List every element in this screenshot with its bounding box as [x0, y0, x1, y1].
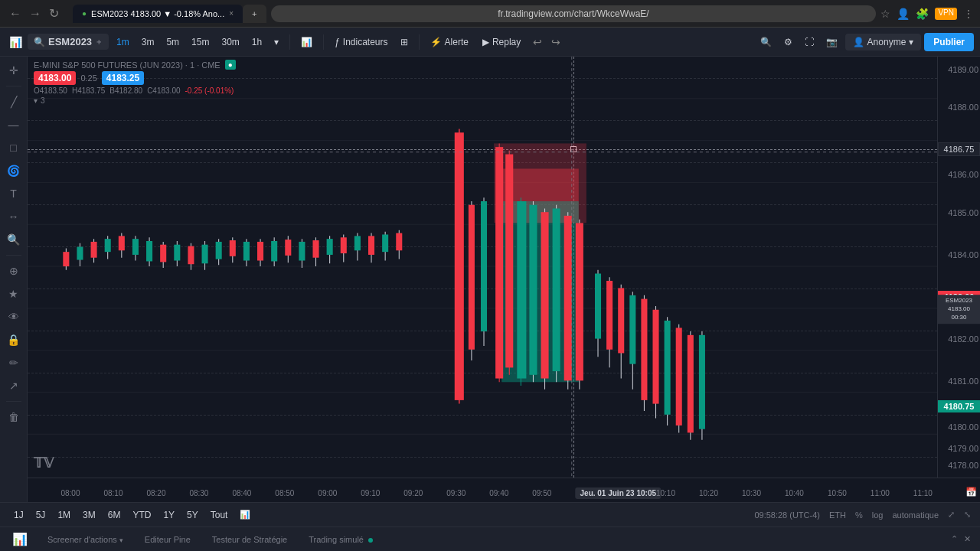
svg-rect-30 [202, 245, 208, 264]
symbol-search[interactable]: 🔍 ESM2023 ＋ [28, 34, 109, 50]
chevron-up-icon[interactable]: ⌃ [951, 534, 958, 544]
auto-label[interactable]: automatique [892, 510, 939, 520]
trading-sim-btn[interactable]: Trading simulé [304, 533, 377, 546]
fullscreen-btn[interactable]: ⛶ [800, 34, 818, 51]
menu-icon[interactable]: ⋮ [963, 8, 974, 20]
indicators-btn[interactable]: ƒ Indicateurs [330, 34, 392, 51]
time-1040: 10:40 [785, 489, 804, 497]
refresh-button[interactable]: ↻ [46, 5, 62, 22]
replay-btn[interactable]: ▶ Replay [476, 34, 527, 51]
text-tool[interactable]: T [3, 183, 24, 204]
extensions-icon[interactable]: 🧩 [916, 8, 929, 20]
svg-rect-96 [676, 328, 682, 425]
anon-btn[interactable]: 👤 Anonyme ▾ [845, 34, 922, 51]
ohlc-high: H4183.75 [72, 86, 105, 95]
price-4180: 4180.00 [948, 422, 978, 432]
add-symbol-icon[interactable]: ＋ [95, 37, 103, 47]
search-toolbar-btn[interactable]: 🔍 [756, 34, 776, 51]
percent-label: % [855, 510, 863, 520]
collapse-icon[interactable]: ⤡ [964, 510, 971, 520]
time-0940: 09:40 [489, 489, 508, 497]
interval-1h[interactable]: 1h [247, 34, 266, 50]
tf-5y[interactable]: 5Y [182, 507, 203, 523]
chart-type-btn[interactable]: 📊 [296, 34, 317, 51]
tf-6m[interactable]: 6M [103, 507, 126, 523]
address-bar[interactable]: fr.tradingview.com/chart/WkceWwaE/ [271, 5, 877, 22]
active-tab[interactable]: ● ESM2023 4183.00 ▼ -0.18% Ano... × [73, 5, 243, 23]
svg-rect-36 [243, 242, 250, 261]
forward-button[interactable]: → [26, 5, 44, 22]
brush-tool[interactable]: ✏ [3, 352, 24, 373]
interval-5m[interactable]: 5m [162, 34, 184, 50]
interval-15m[interactable]: 15m [187, 34, 214, 50]
bookmark-icon[interactable]: ☆ [880, 8, 890, 20]
tv-home-icon[interactable]: 📊 [9, 529, 31, 550]
alert-btn[interactable]: ⚡ Alerte [426, 34, 473, 51]
publish-btn[interactable]: Publier [924, 33, 974, 51]
svg-rect-46 [313, 240, 319, 258]
screener-btn[interactable]: Screener d'actions ▾ [43, 533, 128, 546]
crosshair-time-label: Jeu. 01 Juin 23 10:05 [576, 487, 662, 499]
time-0830: 08:30 [189, 489, 208, 497]
indicator-toggle[interactable]: ▾ [34, 96, 38, 105]
vpn-icon[interactable]: VPN [935, 8, 957, 20]
compare-btn[interactable]: ⊞ [396, 34, 413, 51]
trendline-tool[interactable]: ╱ [3, 91, 24, 112]
tf-1m[interactable]: 1M [53, 507, 75, 523]
ohlc-close: C4183.00 [147, 86, 180, 95]
horizontal-line-tool[interactable]: — [3, 114, 24, 135]
lock-tool[interactable]: 🔒 [3, 329, 24, 350]
arrow-tool[interactable]: ↗ [3, 375, 24, 396]
close-panel-icon[interactable]: ✕ [964, 534, 971, 544]
profile-icon[interactable]: 👤 [897, 8, 910, 20]
svg-rect-94 [665, 321, 671, 415]
magnet-tool[interactable]: ⊕ [3, 260, 24, 282]
strategy-tester-btn[interactable]: Testeur de Stratégie [207, 533, 292, 546]
tab-close[interactable]: × [229, 9, 234, 18]
trash-tool[interactable]: 🗑 [3, 406, 24, 428]
log-label[interactable]: log [872, 510, 884, 520]
ohlc-change: -0.25 (-0.01%) [185, 86, 234, 95]
redo-btn[interactable]: ↪ [548, 33, 564, 51]
interval-dropdown[interactable]: ▾ [270, 34, 283, 50]
tf-1j[interactable]: 1J [9, 507, 28, 523]
svg-rect-56 [382, 234, 388, 252]
cursor-tool[interactable]: ✛ [3, 60, 24, 81]
new-tab-button[interactable]: + [243, 5, 266, 23]
interval-30m[interactable]: 30m [217, 34, 243, 50]
anon-dropdown-icon: ▾ [909, 37, 913, 47]
zoom-tool[interactable]: 🔍 [3, 229, 24, 250]
undo-btn[interactable]: ↩ [530, 33, 545, 51]
svg-rect-12 [77, 247, 83, 260]
svg-rect-80 [576, 223, 583, 380]
tf-5j[interactable]: 5J [31, 507, 51, 523]
calendar-icon[interactable]: 📅 [965, 487, 977, 497]
tf-3m[interactable]: 3M [78, 507, 100, 523]
svg-rect-20 [132, 239, 139, 255]
tf-1y[interactable]: 1Y [158, 507, 179, 523]
favorites-tool[interactable]: ★ [3, 283, 24, 305]
eye-tool[interactable]: 👁 [3, 306, 24, 328]
svg-rect-22 [146, 241, 152, 261]
back-button[interactable]: ← [6, 5, 24, 22]
status-bar: 📊 Screener d'actions ▾ Editeur Pine Test… [0, 527, 980, 551]
measure-tool[interactable]: ↔ [3, 206, 24, 227]
interval-3m[interactable]: 3m [137, 34, 159, 50]
settings-btn[interactable]: ⚙ [779, 34, 797, 51]
interval-1m[interactable]: 1m [112, 34, 134, 50]
pine-editor-btn[interactable]: Editeur Pine [140, 533, 195, 546]
svg-rect-28 [188, 246, 194, 265]
svg-rect-66 [495, 147, 503, 378]
svg-rect-44 [299, 242, 305, 261]
tf-all[interactable]: Tout [206, 507, 233, 523]
fibonacci-tool[interactable]: 🌀 [3, 160, 24, 181]
svg-rect-100 [699, 335, 705, 429]
compare-chart-icon[interactable]: 📊 [235, 507, 255, 523]
screenshot-btn[interactable]: 📷 [822, 34, 842, 51]
shapes-tool[interactable]: □ [3, 137, 24, 158]
chart-area[interactable]: E-MINI S&P 500 FUTURES (JUN 2023) · 1 · … [28, 57, 937, 478]
time-1050: 10:50 [828, 489, 847, 497]
candles-svg[interactable] [28, 57, 937, 478]
expand-icon[interactable]: ⤢ [948, 510, 955, 520]
tf-ytd[interactable]: YTD [128, 507, 155, 523]
